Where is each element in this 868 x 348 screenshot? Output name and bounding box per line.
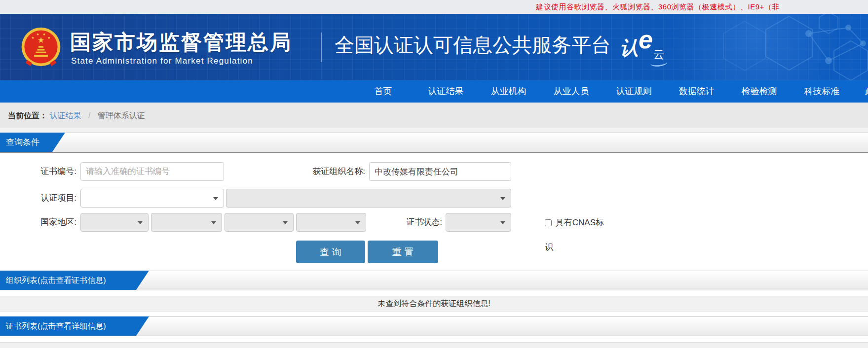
- query-section-tab: 查询条件: [0, 133, 65, 152]
- cert-no-input[interactable]: [80, 162, 224, 181]
- region-select-2[interactable]: [151, 213, 222, 232]
- national-emblem-icon: ★ ★ ★ ★ ★: [21, 27, 61, 67]
- nav-item-partial[interactable]: 政: [853, 80, 868, 103]
- region-select-3[interactable]: [225, 213, 294, 232]
- nav-item-cert-rules[interactable]: 认证规则: [603, 80, 665, 103]
- org-name-label: 获证组织名称:: [276, 162, 365, 181]
- agency-subtitle: State Administration for Market Regulati…: [71, 56, 253, 66]
- ren-e-yun-logo: 认 e 云: [620, 27, 674, 69]
- cert-no-label: 证书编号:: [20, 162, 76, 181]
- cert-list-section-bar: 证书列表(点击查看详细信息): [0, 316, 868, 336]
- header-divider: [321, 33, 322, 62]
- site-header: ★ ★ ★ ★ ★ 国家市场监督管理总局 State Administratio…: [0, 14, 868, 80]
- breadcrumb: 当前位置： 认证结果 / 管理体系认证: [0, 103, 868, 128]
- chevron-down-icon: [500, 221, 505, 224]
- cert-status-label: 证书状态:: [373, 213, 442, 232]
- main-nav: 首页 认证结果 从业机构 从业人员 认证规则 数据统计 检验检测 科技标准 政: [0, 80, 868, 103]
- breadcrumb-link-cert-results[interactable]: 认证结果: [49, 111, 81, 120]
- logo-swoosh: [650, 58, 667, 67]
- cnas-checkbox-group: 具有CNAS标识: [545, 210, 605, 260]
- chevron-down-icon: [283, 221, 288, 224]
- nav-item-cert-results[interactable]: 认证结果: [415, 80, 477, 103]
- svg-text:★: ★: [42, 32, 46, 36]
- browser-notice-text: 建议使用谷歌浏览器、火狐浏览器、360浏览器（极速模式）、IE9+（非: [536, 0, 780, 13]
- query-section-bar: 查询条件: [0, 133, 868, 153]
- cnas-label: 具有CNAS标识: [545, 218, 604, 252]
- org-list-section-bar: 组织列表(点击查看证书信息): [0, 271, 868, 290]
- svg-text:★: ★: [31, 35, 35, 40]
- nav-item-home[interactable]: 首页: [352, 80, 415, 103]
- hexagon-decoration: [656, 14, 868, 80]
- svg-text:★: ★: [38, 35, 45, 44]
- breadcrumb-current: 管理体系认证: [98, 111, 145, 120]
- svg-text:★: ★: [47, 35, 51, 40]
- nav-item-inspection[interactable]: 检验检测: [728, 80, 791, 103]
- cert-list-empty-row-partial: [0, 342, 868, 348]
- org-list-empty-message: 未查到符合条件的获证组织信息!: [0, 296, 868, 312]
- chevron-down-icon: [213, 197, 218, 200]
- region-select-1[interactable]: [80, 213, 149, 232]
- page: 建议使用谷歌浏览器、火狐浏览器、360浏览器（极速模式）、IE9+（非 ★ ★ …: [0, 0, 868, 348]
- project-select-primary[interactable]: [80, 189, 224, 208]
- svg-text:★: ★: [36, 32, 39, 36]
- org-name-input[interactable]: [369, 162, 511, 181]
- nav-items: 首页 认证结果 从业机构 从业人员 认证规则 数据统计 检验检测 科技标准 政: [352, 80, 868, 103]
- breadcrumb-prefix: 当前位置：: [8, 111, 47, 120]
- platform-title: 全国认证认可信息公共服务平台: [335, 32, 611, 59]
- region-label: 国家地区:: [20, 213, 76, 232]
- region-select-4[interactable]: [296, 213, 366, 232]
- cert-status-select[interactable]: [446, 213, 511, 232]
- org-list-section-tab: 组织列表(点击查看证书信息): [0, 271, 149, 290]
- project-select-secondary[interactable]: [226, 189, 511, 208]
- chevron-down-icon: [355, 221, 360, 224]
- project-label: 认证项目:: [20, 189, 76, 208]
- cert-list-section-tab: 证书列表(点击查看详细信息): [0, 316, 149, 336]
- cnas-checkbox[interactable]: [545, 219, 552, 226]
- chevron-down-icon: [138, 221, 143, 224]
- query-form: 证书编号: 获证组织名称: 认证项目: 国家地区: 证书状态: 具有: [0, 153, 868, 271]
- nav-item-tech-standards[interactable]: 科技标准: [791, 80, 853, 103]
- nav-item-personnel[interactable]: 从业人员: [540, 80, 603, 103]
- logo-e: e: [639, 25, 653, 54]
- browser-notice-bar: 建议使用谷歌浏览器、火狐浏览器、360浏览器（极速模式）、IE9+（非: [0, 0, 868, 14]
- logo-ren: 认: [620, 35, 639, 61]
- search-button[interactable]: 查 询: [296, 241, 365, 263]
- chevron-down-icon: [211, 221, 216, 224]
- nav-item-institutions[interactable]: 从业机构: [477, 80, 540, 103]
- reset-button[interactable]: 重 置: [368, 241, 438, 263]
- breadcrumb-separator: /: [83, 111, 95, 120]
- chevron-down-icon: [500, 197, 505, 200]
- nav-item-statistics[interactable]: 数据统计: [665, 80, 728, 103]
- breadcrumb-subbar: [0, 128, 868, 133]
- agency-title: 国家市场监督管理总局: [70, 29, 292, 56]
